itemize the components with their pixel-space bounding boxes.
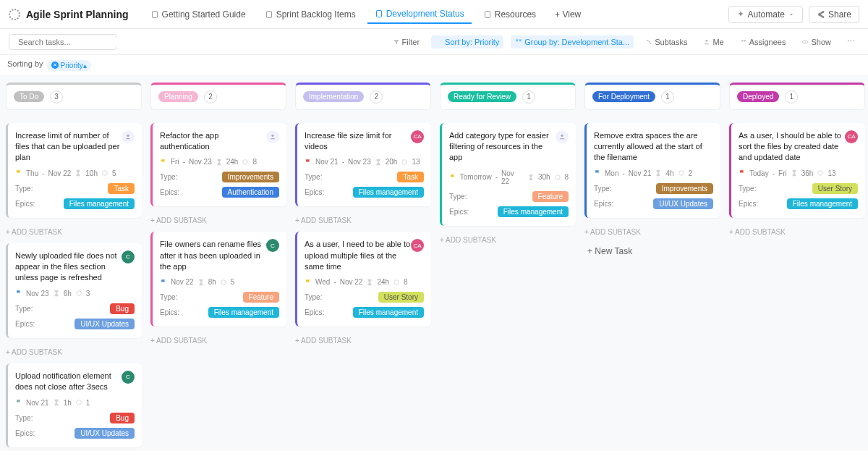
hourglass-icon — [527, 174, 535, 181]
svg-point-15 — [76, 291, 81, 296]
circle-icon — [75, 290, 82, 297]
add-subtask[interactable]: + ADD SUBTASK — [295, 334, 431, 345]
add-view[interactable]: + View — [548, 6, 588, 23]
avatar: CA — [411, 130, 424, 143]
svg-rect-0 — [152, 11, 157, 17]
space-icon — [9, 9, 20, 20]
svg-point-22 — [561, 134, 563, 136]
svg-rect-6 — [516, 39, 519, 41]
sort-icon — [435, 38, 443, 46]
search-input[interactable] — [9, 34, 117, 50]
task-card[interactable]: Newly uploaded file does not appear in t… — [6, 243, 142, 338]
task-card[interactable]: As a user, I need to be able to upload m… — [295, 232, 431, 326]
property-row: Type:Task — [15, 183, 135, 194]
circle-icon — [678, 169, 685, 177]
subtasks-button[interactable]: Subtasks — [641, 35, 692, 49]
task-card[interactable]: Add category type for easier filtering o… — [440, 123, 576, 226]
task-title: Newly uploaded file does not appear in t… — [15, 250, 122, 284]
add-subtask[interactable]: + ADD SUBTASK — [150, 214, 286, 224]
property-row: Type:Feature — [160, 292, 279, 303]
tag-pill: Improvements — [222, 172, 279, 182]
tab-sprint-backlog-items[interactable]: Sprint Backlog Items — [258, 5, 363, 24]
property-row: Type:Improvements — [160, 172, 279, 182]
more-button[interactable]: ⋯ — [843, 35, 859, 49]
property-row: Type:User Story — [739, 183, 858, 194]
hourglass-icon — [655, 169, 662, 177]
flag-icon — [15, 169, 22, 177]
add-subtask[interactable]: + ADD SUBTASK — [295, 214, 431, 224]
svg-rect-3 — [485, 11, 490, 17]
task-title: Remove extra spaces the are currently al… — [594, 130, 713, 164]
property-row: Epics:Files management — [160, 307, 279, 318]
top-bar: Agile Sprint Planning Getting Started Gu… — [0, 0, 868, 29]
avatar: C — [266, 239, 279, 252]
assignees-button[interactable]: Assignees — [736, 35, 791, 49]
task-card[interactable]: Increase limit of number of files that c… — [6, 123, 142, 218]
property-row: Epics:Files management — [305, 307, 424, 318]
svg-point-13 — [127, 134, 129, 136]
sort-button[interactable]: Sort by: Priority — [431, 35, 503, 49]
svg-point-9 — [741, 40, 744, 42]
hourglass-icon — [53, 399, 60, 406]
tag-pill: Feature — [243, 292, 279, 303]
task-card[interactable]: Remove extra spaces the are currently al… — [584, 123, 720, 218]
property-row: Epics:Authentication — [160, 187, 279, 198]
task-meta: Thu-Nov 2210h5 — [15, 169, 135, 177]
share-button[interactable]: Share — [809, 6, 859, 23]
task-meta: Nov 211h1 — [15, 399, 135, 407]
add-subtask[interactable]: + ADD SUBTASK — [440, 233, 576, 244]
hourglass-icon — [75, 169, 82, 177]
hourglass-icon — [791, 169, 798, 177]
task-card[interactable]: Refactor the app authenticationFri-Nov 2… — [150, 123, 286, 207]
avatar: C — [122, 371, 135, 384]
sparkle-icon — [736, 10, 745, 19]
task-card[interactable]: Increase file size limit for videosCANov… — [295, 123, 431, 207]
task-card[interactable]: As a user, I should be able to sort the … — [729, 123, 865, 218]
eye-icon — [801, 38, 809, 46]
circle-icon — [817, 169, 824, 177]
column-header[interactable]: For Deployment1 — [584, 83, 720, 110]
column-planning: Planning2Refactor the app authentication… — [150, 83, 286, 452]
status-badge: Planning — [158, 91, 198, 102]
property-row: Epics:Files management — [305, 187, 424, 198]
task-card[interactable]: File owners can rename files after it ha… — [150, 232, 286, 326]
show-button[interactable]: Show — [797, 35, 835, 49]
add-subtask[interactable]: + ADD SUBTASK — [150, 334, 286, 345]
group-button[interactable]: Group by: Development Sta... — [511, 35, 634, 49]
filter-button[interactable]: Filter — [388, 35, 424, 49]
add-subtask[interactable]: + ADD SUBTASK — [729, 225, 865, 236]
column-header[interactable]: Deployed1 — [729, 83, 865, 110]
add-subtask[interactable]: + ADD SUBTASK — [6, 225, 142, 236]
add-subtask[interactable]: + ADD SUBTASK — [6, 345, 142, 356]
column-header[interactable]: Implementation2 — [295, 83, 431, 110]
task-meta: Fri-Nov 2324h8 — [160, 158, 279, 166]
sorting-bar: Sorting by ✕Priority ▴ — [0, 55, 868, 75]
new-task-button[interactable]: + New Task — [584, 243, 720, 259]
toolbar: Filter Sort by: Priority Group by: Devel… — [0, 29, 868, 55]
filter-icon — [393, 38, 400, 46]
tab-resources[interactable]: Resources — [476, 5, 543, 24]
property-row: Epics:Files management — [15, 198, 135, 209]
column-header[interactable]: Planning2 — [150, 83, 286, 110]
task-title: As a user, I should be able to sort the … — [739, 130, 845, 164]
sorting-pill[interactable]: ✕Priority ▴ — [47, 60, 91, 71]
property-row: Epics:Files management — [739, 198, 858, 209]
doc-icon — [375, 9, 383, 18]
tab-getting-started-guide[interactable]: Getting Started Guide — [143, 5, 253, 24]
tag-pill: UI/UX Updates — [75, 319, 135, 329]
tag-pill: User Story — [378, 292, 424, 303]
count-badge: 2 — [370, 90, 383, 104]
property-row: Epics:UI/UX Updates — [594, 198, 713, 209]
task-title: File owners can rename files after it ha… — [160, 239, 266, 272]
count-badge: 3 — [50, 90, 63, 104]
me-button[interactable]: Me — [699, 35, 728, 49]
doc-icon — [483, 10, 492, 19]
column-header[interactable]: Ready for Review1 — [440, 83, 576, 110]
column-header[interactable]: To Do3 — [6, 83, 142, 110]
task-card[interactable]: Upload notification element does not clo… — [6, 363, 142, 447]
tag-pill: Files management — [208, 307, 279, 318]
automate-button[interactable]: Automate — [728, 6, 803, 23]
add-subtask[interactable]: + ADD SUBTASK — [584, 225, 720, 236]
avatar: CA — [845, 130, 858, 143]
tab-development-status[interactable]: Development Status — [367, 5, 472, 24]
